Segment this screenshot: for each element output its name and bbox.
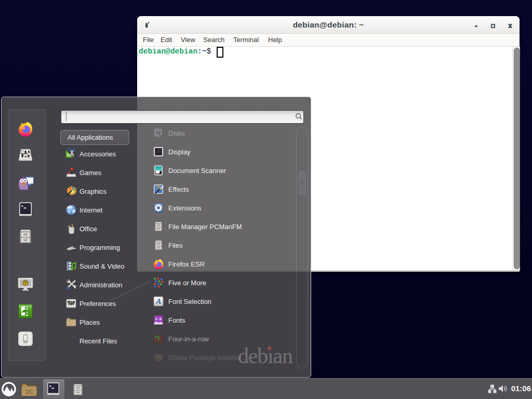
svg-text:a: a	[159, 320, 162, 325]
svg-text:A: A	[155, 297, 161, 305]
svg-text:a: a	[155, 320, 158, 325]
svg-text:D: D	[28, 389, 31, 394]
